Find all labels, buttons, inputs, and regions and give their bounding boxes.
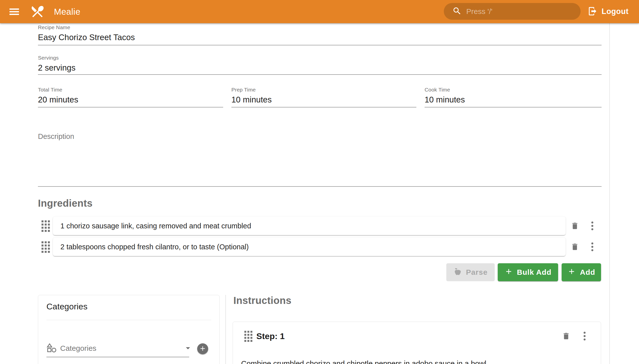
shapes-icon [46, 342, 57, 354]
ingredient-menu-button[interactable] [589, 242, 596, 253]
ingredient-input-card [53, 238, 566, 256]
logout-button[interactable]: Logout [586, 4, 630, 18]
logout-label: Logout [601, 7, 628, 16]
divider [46, 320, 211, 320]
cook-time-field[interactable]: Cook Time 10 minutes [424, 87, 601, 108]
cook-time-value[interactable]: 10 minutes [424, 95, 601, 104]
silverware-logo-icon [30, 4, 45, 19]
delete-ingredient-button[interactable] [571, 222, 579, 231]
drag-handle-icon[interactable] [41, 241, 50, 254]
trash-icon [562, 337, 570, 341]
select-underline [46, 357, 189, 357]
search-input[interactable] [466, 7, 576, 16]
trash-icon [571, 227, 579, 231]
add-category-button[interactable] [197, 343, 208, 354]
prep-time-label: Prep Time [231, 87, 416, 93]
ingredient-row [38, 238, 602, 256]
menu-button[interactable] [8, 7, 20, 17]
hamburger-icon [9, 13, 20, 17]
categories-card-title: Categories [46, 302, 87, 312]
delete-ingredient-button[interactable] [571, 242, 579, 252]
servings-label: Servings [38, 55, 601, 61]
bulk-add-button[interactable]: Bulk Add [498, 263, 558, 281]
logout-icon [588, 6, 597, 17]
ingredient-row [38, 217, 602, 235]
cook-time-label: Cook Time [424, 87, 601, 93]
recipe-name-field[interactable]: Recipe Name Easy Chorizo Street Tacos [38, 24, 601, 46]
bulk-add-label: Bulk Add [517, 268, 552, 276]
plus-icon [504, 267, 513, 278]
app-title: Mealie [54, 7, 80, 17]
description-field[interactable]: Description [38, 132, 601, 187]
column-divider [226, 295, 226, 364]
recipe-name-label: Recipe Name [38, 24, 601, 30]
add-label: Add [580, 268, 595, 276]
prep-time-value[interactable]: 10 minutes [231, 95, 416, 104]
categories-select-placeholder: Categories [60, 344, 96, 352]
chevron-down-icon [183, 343, 193, 354]
parse-label: Parse [466, 268, 488, 276]
search-field[interactable] [444, 3, 581, 20]
drag-handle-icon[interactable] [41, 220, 50, 233]
search-icon [449, 6, 462, 17]
recipe-name-value[interactable]: Easy Chorizo Street Tacos [38, 33, 601, 42]
plus-icon [567, 267, 576, 278]
categories-card: Categories Categories [38, 295, 220, 364]
total-time-label: Total Time [38, 87, 223, 93]
servings-field[interactable]: Servings 2 servings [38, 55, 601, 75]
ingredients-heading: Ingredients [38, 198, 93, 209]
prep-time-field[interactable]: Prep Time 10 minutes [231, 87, 416, 108]
total-time-value[interactable]: 20 minutes [38, 95, 223, 104]
add-ingredient-button[interactable]: Add [562, 263, 601, 281]
kebab-menu-icon [589, 228, 596, 232]
ingredient-input-card [53, 217, 566, 235]
instructions-heading: Instructions [233, 295, 292, 306]
ingredient-menu-button[interactable] [589, 221, 596, 232]
right-edge-divider [609, 23, 610, 364]
step-text[interactable]: Combine crumbled chorizo and chipotle pe… [241, 358, 591, 364]
apple-icon [454, 267, 462, 278]
description-label: Description [38, 132, 601, 140]
ingredient-input[interactable] [53, 243, 566, 251]
recipe-editor-page: Mealie Logout Recipe Name Easy Chorizo S… [0, 0, 639, 364]
kebab-menu-icon [581, 338, 588, 342]
app-header: Mealie Logout [0, 0, 639, 23]
kebab-menu-icon [589, 249, 596, 253]
ingredient-input[interactable] [53, 222, 566, 230]
servings-value[interactable]: 2 servings [38, 63, 601, 72]
total-time-field[interactable]: Total Time 20 minutes [38, 87, 223, 108]
delete-step-button[interactable] [562, 332, 570, 341]
step-title: Step: 1 [256, 331, 285, 341]
trash-icon [571, 248, 579, 252]
step-card: Step: 1 Combine crumbled chorizo and chi… [233, 322, 601, 364]
drag-handle-icon[interactable] [244, 330, 253, 343]
step-menu-button[interactable] [581, 331, 588, 342]
parse-button[interactable]: Parse [446, 263, 495, 281]
plus-icon [199, 345, 206, 353]
